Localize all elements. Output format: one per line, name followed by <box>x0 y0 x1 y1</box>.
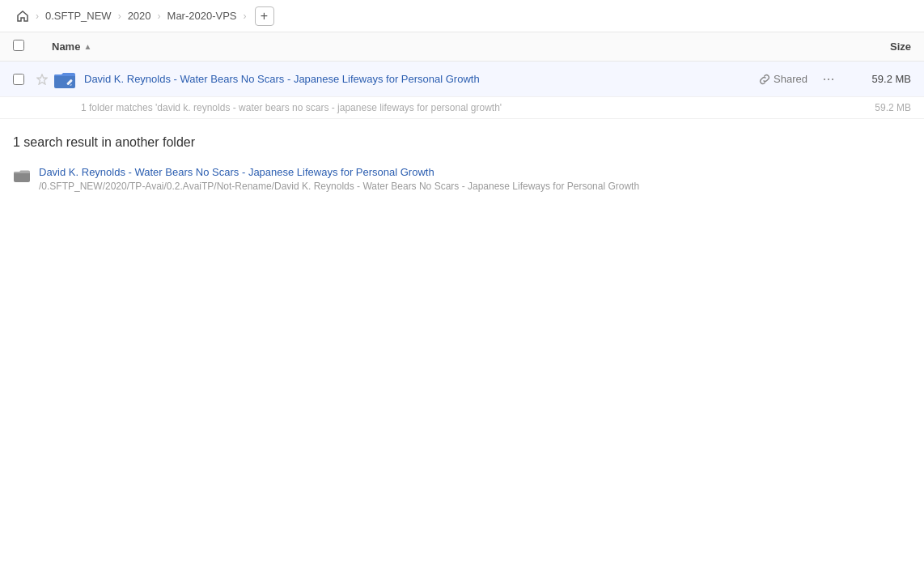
main-file-row: David K. Reynolds - Water Bears No Scars… <box>0 62 924 97</box>
column-header: Name ▲ Size <box>0 32 924 62</box>
more-dots: ··· <box>822 70 834 87</box>
svg-marker-0 <box>37 74 47 83</box>
breadcrumb-item-1[interactable]: 2020 <box>125 8 155 23</box>
row-checkbox[interactable] <box>13 74 32 85</box>
breadcrumb-item-2[interactable]: Mar-2020-VPS <box>164 8 240 23</box>
result-text: David K. Reynolds - Water Bears No Scars… <box>39 166 911 192</box>
breadcrumb: › 0.SFTP_NEW › 2020 › Mar-2020-VPS › + <box>0 0 924 32</box>
select-all-checkbox[interactable] <box>13 40 32 53</box>
matches-text: 1 folder matches 'david k. reynolds - wa… <box>81 102 502 113</box>
result-name[interactable]: David K. Reynolds - Water Bears No Scars… <box>39 166 911 178</box>
row-size: 59.2 MB <box>846 73 911 85</box>
result-folder-icon <box>13 168 31 186</box>
add-tab-button[interactable]: + <box>255 6 274 26</box>
result-path: /0.SFTP_NEW/2020/TP-Avai/0.2.AvaiTP/Not-… <box>39 181 911 192</box>
sort-indicator: ▲ <box>83 42 91 51</box>
row-shared-badge: Shared <box>759 73 807 85</box>
breadcrumb-item-0[interactable]: 0.SFTP_NEW <box>42 8 115 23</box>
size-column-header: Size <box>846 40 911 53</box>
name-column-header[interactable]: Name ▲ <box>52 40 846 53</box>
home-button[interactable] <box>13 8 32 24</box>
search-result-row: David K. Reynolds - Water Bears No Scars… <box>0 160 924 198</box>
matches-size: 59.2 MB <box>875 102 911 113</box>
breadcrumb-sep-3: › <box>244 11 247 22</box>
row-file-name[interactable]: David K. Reynolds - Water Bears No Scars… <box>78 73 759 85</box>
row-checkbox-input[interactable] <box>13 74 24 85</box>
row-more-button[interactable]: ··· <box>817 68 840 91</box>
breadcrumb-sep-2: › <box>158 11 161 22</box>
link-icon <box>759 74 770 85</box>
matches-info-line: 1 folder matches 'david k. reynolds - wa… <box>0 97 924 119</box>
folder-icon <box>13 168 31 184</box>
name-column-label: Name <box>52 40 80 53</box>
row-star-button[interactable] <box>32 74 52 85</box>
another-folder-heading: 1 search result in another folder <box>0 119 924 160</box>
row-folder-icon <box>52 69 78 90</box>
breadcrumb-sep-1: › <box>118 11 121 22</box>
shared-label: Shared <box>774 73 807 85</box>
folder-pencil-icon <box>53 69 76 90</box>
breadcrumb-sep-0: › <box>36 11 39 22</box>
select-all-input[interactable] <box>13 40 24 51</box>
